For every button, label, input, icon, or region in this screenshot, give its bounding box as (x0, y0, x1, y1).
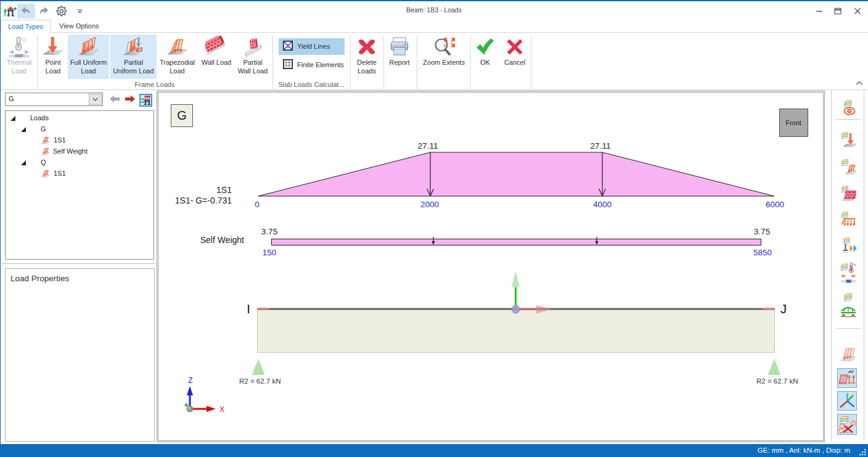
svg-text:4000: 4000 (593, 200, 612, 209)
svg-text:X: X (219, 405, 224, 414)
svg-text:150: 150 (263, 248, 277, 257)
svg-text:1: 1 (841, 424, 843, 428)
svg-text:8: 8 (853, 421, 854, 425)
svg-text:Front: Front (785, 119, 801, 126)
svg-text:27.11: 27.11 (591, 141, 611, 150)
svg-text:3.75: 3.75 (754, 227, 770, 236)
svg-text:1S1- G=-0.731: 1S1- G=-0.731 (175, 196, 232, 205)
svg-text:0: 0 (840, 429, 841, 433)
svg-text:5850: 5850 (753, 248, 772, 257)
svg-text:Self Weight: Self Weight (200, 235, 244, 245)
svg-text:J: J (780, 302, 787, 316)
svg-text:Z: Z (188, 376, 192, 385)
svg-text:0: 0 (255, 200, 260, 209)
svg-text:27.11: 27.11 (418, 141, 438, 150)
svg-text:6000: 6000 (766, 200, 784, 209)
svg-text:2000: 2000 (420, 200, 439, 209)
svg-text:R2 = 62.7 kN: R2 = 62.7 kN (756, 377, 798, 385)
svg-text:I: I (247, 302, 250, 316)
svg-text:G: G (177, 109, 187, 122)
svg-text:1S1: 1S1 (216, 185, 232, 195)
svg-text:3.75: 3.75 (261, 227, 277, 236)
svg-text:°c: °c (853, 263, 856, 266)
svg-text:R2 = 62.7 kN: R2 = 62.7 kN (239, 377, 280, 385)
svg-text:°c: °c (21, 37, 25, 43)
